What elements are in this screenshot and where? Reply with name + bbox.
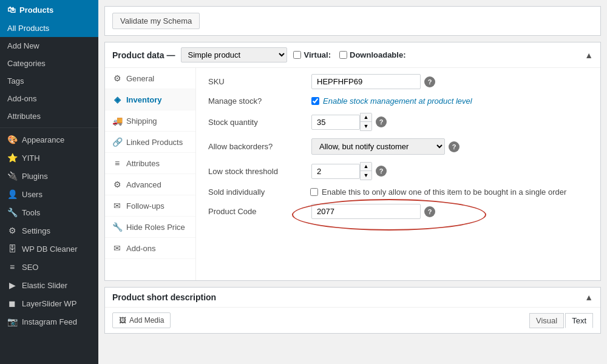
product-data-box: Product data — Simple product Variable p…	[104, 42, 601, 281]
sidebar-item-settings[interactable]: ⚙ Settings	[0, 221, 98, 240]
yith-icon: ⭐	[7, 153, 17, 163]
sidebar-item-add-new[interactable]: Add New	[0, 37, 98, 55]
tab-attributes[interactable]: ≡ Attributes	[105, 153, 195, 174]
tab-advanced[interactable]: ⚙ Advanced	[105, 174, 195, 195]
tab-hide-roles-price[interactable]: 🔧 Hide Roles Price	[105, 217, 195, 238]
add-media-label: Add Media	[129, 316, 164, 325]
sidebar-item-instagram-feed[interactable]: 📷 Instagram Feed	[0, 312, 98, 331]
sidebar-item-users[interactable]: 👤 Users	[0, 185, 98, 203]
low-stock-row: Low stock threshold ▲ ▼ ?	[208, 162, 588, 180]
plugins-icon: 🔌	[7, 171, 17, 181]
product-code-input[interactable]	[311, 204, 421, 219]
product-data-header: Product data — Simple product Variable p…	[105, 42, 600, 68]
categories-label: Categories	[7, 59, 46, 68]
layer-label: LayerSlider WP	[22, 299, 76, 308]
sidebar-item-layerslider[interactable]: ◼ LayerSlider WP	[0, 294, 98, 312]
low-stock-down[interactable]: ▼	[361, 171, 371, 180]
short-desc-header: Product short description ▲	[105, 288, 600, 308]
sidebar-header-label: Products	[19, 5, 53, 15]
wpdb-icon: 🗄	[7, 244, 17, 254]
low-stock-input[interactable]	[311, 164, 360, 179]
stock-qty-help-icon[interactable]: ?	[376, 116, 387, 127]
users-label: Users	[22, 190, 42, 199]
attributes-tab-icon: ≡	[112, 158, 122, 168]
products-icon: 🛍	[7, 5, 16, 15]
sidebar-item-elastic-slider[interactable]: ▶ Elastic Slider	[0, 276, 98, 294]
low-stock-label: Low stock threshold	[208, 167, 305, 176]
seo-label: SEO	[22, 263, 38, 272]
sidebar-item-seo[interactable]: ≡ SEO	[0, 258, 98, 276]
low-stock-spinner-btns: ▲ ▼	[360, 162, 372, 180]
stock-qty-spinner-btns: ▲ ▼	[360, 113, 372, 131]
add-ons-label: Add-ons	[7, 94, 36, 103]
short-desc-toolbar: 🖼 Add Media Visual Text	[105, 308, 600, 333]
product-code-field-wrap: ?	[311, 204, 435, 219]
all-products-label: All Products	[7, 24, 49, 33]
tab-follow-ups[interactable]: ✉ Follow-ups	[105, 195, 195, 217]
sidebar-item-yith[interactable]: ⭐ YITH	[0, 149, 98, 167]
sold-individually-desc: Enable this to only allow one of this it…	[322, 187, 566, 197]
short-description-box: Product short description ▲ 🖼 Add Media …	[104, 287, 601, 334]
sidebar-item-categories[interactable]: Categories	[0, 55, 98, 72]
manage-stock-checkbox[interactable]	[311, 97, 319, 105]
general-tab-icon: ⚙	[112, 73, 122, 83]
sidebar-item-wp-db-cleaner[interactable]: 🗄 WP DB Cleaner	[0, 240, 98, 258]
short-desc-collapse-icon[interactable]: ▲	[585, 292, 593, 302]
sku-input[interactable]	[311, 74, 421, 89]
product-code-help-icon[interactable]: ?	[424, 206, 435, 217]
stock-qty-field-wrap: ▲ ▼ ?	[311, 113, 387, 131]
sidebar-item-all-products[interactable]: All Products	[0, 19, 98, 37]
tab-linked-products[interactable]: 🔗 Linked Products	[105, 132, 195, 153]
appearance-label: Appearance	[22, 135, 64, 144]
hide-roles-tab-icon: 🔧	[112, 222, 122, 232]
product-code-label: Product Code	[208, 207, 305, 216]
sidebar-item-appearance[interactable]: 🎨 Appearance	[0, 130, 98, 149]
backorders-help-icon[interactable]: ?	[449, 141, 459, 152]
validate-schema-button[interactable]: Validate my Schema	[112, 13, 200, 29]
elastic-label: Elastic Slider	[22, 281, 67, 290]
sold-individually-checkbox[interactable]	[310, 188, 318, 196]
yith-label: YITH	[22, 153, 40, 163]
manage-stock-desc: Enable stock management at product level	[323, 96, 472, 106]
product-data-tabs: ⚙ General ◈ Inventory 🚚 Shipping 🔗 Linke…	[105, 68, 196, 280]
sku-field-wrap: ?	[311, 74, 435, 89]
sidebar-item-plugins[interactable]: 🔌 Plugins	[0, 167, 98, 185]
tools-label: Tools	[22, 208, 40, 217]
virtual-label: Virtual:	[293, 50, 331, 59]
tab-inventory[interactable]: ◈ Inventory	[105, 89, 195, 110]
backorders-row: Allow backorders? Do not allow Allow, bu…	[208, 138, 588, 155]
sidebar-item-attributes[interactable]: Attributes	[0, 107, 98, 125]
product-type-select[interactable]: Simple product Variable product Grouped …	[181, 47, 287, 62]
manage-stock-label: Manage stock?	[208, 96, 305, 106]
low-stock-help-icon[interactable]: ?	[376, 166, 387, 177]
shipping-tab-icon: 🚚	[112, 116, 122, 126]
tab-visual[interactable]: Visual	[529, 313, 564, 328]
add-media-button[interactable]: 🖼 Add Media	[112, 312, 171, 328]
collapse-arrow-icon[interactable]: ▲	[585, 50, 593, 60]
virtual-checkbox[interactable]	[293, 51, 301, 59]
product-data-title: Product data —	[112, 50, 175, 60]
inventory-tab-icon: ◈	[112, 95, 122, 104]
sold-individually-row: Sold individually Enable this to only al…	[208, 187, 588, 197]
sidebar-item-add-ons[interactable]: Add-ons	[0, 90, 98, 107]
downloadable-checkbox[interactable]	[339, 51, 347, 59]
settings-label: Settings	[22, 226, 50, 235]
stock-qty-down[interactable]: ▼	[361, 122, 371, 130]
backorders-select[interactable]: Do not allow Allow, but notify customer …	[311, 138, 445, 155]
tab-text[interactable]: Text	[565, 313, 593, 328]
instagram-label: Instagram Feed	[22, 317, 77, 326]
sidebar-products-header[interactable]: 🛍 Products	[0, 0, 98, 19]
sidebar-item-tools[interactable]: 🔧 Tools	[0, 203, 98, 221]
stock-qty-up[interactable]: ▲	[361, 113, 371, 122]
tab-add-ons[interactable]: ✉ Add-ons	[105, 238, 195, 259]
tab-shipping[interactable]: 🚚 Shipping	[105, 110, 195, 132]
product-type-checkboxes: Virtual: Downloadable:	[293, 50, 405, 59]
tab-general[interactable]: ⚙ General	[105, 68, 195, 89]
sku-help-icon[interactable]: ?	[424, 76, 435, 87]
layer-icon: ◼	[7, 298, 17, 308]
stock-qty-input[interactable]	[311, 115, 360, 130]
wpdb-label: WP DB Cleaner	[22, 244, 78, 254]
low-stock-up[interactable]: ▲	[361, 163, 371, 171]
product-data-body: ⚙ General ◈ Inventory 🚚 Shipping 🔗 Linke…	[105, 68, 600, 280]
sidebar-item-tags[interactable]: Tags	[0, 72, 98, 90]
